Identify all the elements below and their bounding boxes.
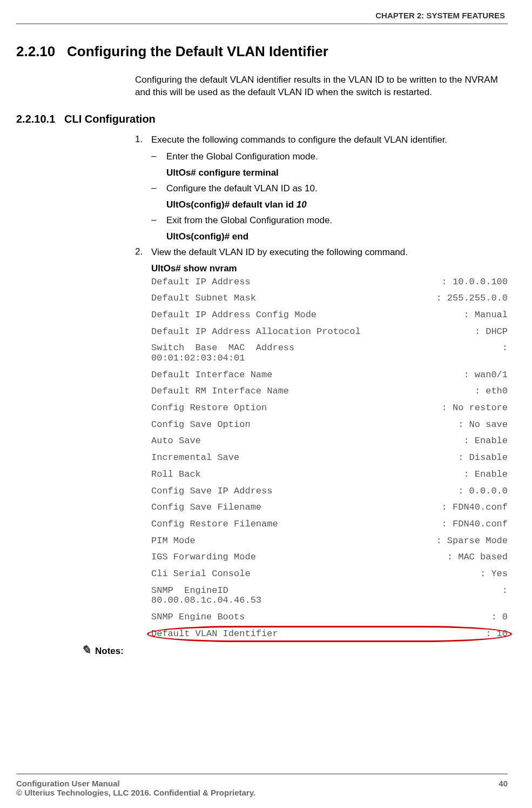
nvram-output: Default IP Address: 10.0.0.100 Default S… xyxy=(151,277,508,639)
nvram-row: Default IP Address Config Mode: Manual xyxy=(151,310,508,320)
nvram-label: Config Restore Filename xyxy=(151,519,278,530)
nvram-colon: : xyxy=(502,586,508,596)
nvram-row: SNMP Engine Boots: 0 xyxy=(151,612,508,623)
nvram-label: Default Interface Name xyxy=(151,370,272,380)
section-intro: Configuring the default VLAN identifier … xyxy=(135,74,508,99)
nvram-row-wrap: Switch Base MAC Address: 00:01:02:03:04:… xyxy=(151,343,508,363)
step-number: 2. xyxy=(135,246,151,259)
nvram-value: : No restore xyxy=(442,403,508,413)
nvram-row: Cli Serial Console: Yes xyxy=(151,569,508,579)
cmd-a: UltOs# configure terminal xyxy=(166,168,508,178)
nvram-label: Default IP Address Allocation Protocol xyxy=(151,327,361,337)
nvram-row: IGS Forwarding Mode: MAC based xyxy=(151,552,508,563)
nvram-label: Default IP Address xyxy=(151,277,251,288)
nvram-row: Default IP Address: 10.0.0.100 xyxy=(151,277,508,288)
nvram-label: Default VLAN Identifier xyxy=(151,629,278,639)
nvram-row: Config Restore Filename: FDN40.conf xyxy=(151,519,508,530)
nvram-row: Default Interface Name: wan0/1 xyxy=(151,370,508,380)
nvram-value: : eth0 xyxy=(475,386,508,397)
footer-copyright: © Ulterius Technologies, LLC 2016. Confi… xyxy=(16,788,508,797)
step-text: View the default VLAN ID by executing th… xyxy=(151,246,508,259)
nvram-value: : 0 xyxy=(491,612,508,623)
nvram-value: : FDN40.conf xyxy=(442,519,508,530)
nvram-value: : Enable xyxy=(463,436,508,446)
top-rule xyxy=(16,23,508,24)
subsection-number: 2.2.10.1 xyxy=(16,113,55,125)
nvram-value: : Yes xyxy=(480,569,508,579)
nvram-row-wrap: SNMP EngineID: 80.00.08.1c.04.46.53 xyxy=(151,586,508,606)
nvram-label: Default Subnet Mask xyxy=(151,293,256,304)
nvram-label: Config Save IP Address xyxy=(151,486,272,497)
substep-b: – Configure the default VLAN ID as 10. xyxy=(151,183,508,195)
substep-text: Exit from the Global Configuration mode. xyxy=(166,215,508,227)
nvram-row: Default Subnet Mask: 255.255.0.0 xyxy=(151,293,508,304)
nvram-label: Default RM Interface Name xyxy=(151,386,289,397)
substep-c: – Exit from the Global Configuration mod… xyxy=(151,215,508,227)
cmd-b-arg: 10 xyxy=(297,199,307,210)
nvram-row: Incremental Save: Disable xyxy=(151,453,508,463)
nvram-label: Config Save Filename xyxy=(151,503,261,513)
nvram-row: Auto Save: Enable xyxy=(151,436,508,446)
nvram-value: : 255.255.0.0 xyxy=(436,293,508,304)
nvram-label: Config Restore Option xyxy=(151,403,267,413)
page-number: 40 xyxy=(499,779,508,788)
nvram-label: Cli Serial Console xyxy=(151,569,251,579)
notes-label: Notes: xyxy=(95,646,124,657)
nvram-label: PIM Mode xyxy=(151,536,196,546)
nvram-value: : 10.0.0.100 xyxy=(442,277,508,288)
nvram-value: : Sparse Mode xyxy=(436,536,508,546)
nvram-value: : wan0/1 xyxy=(463,370,508,380)
section-title: Configuring the Default VLAN Identifier xyxy=(67,43,328,59)
section-heading: 2.2.10 Configuring the Default VLAN Iden… xyxy=(16,43,508,60)
nvram-row: Roll Back: Enable xyxy=(151,470,508,480)
cmd-b-prefix: UltOs(config)# default vlan id xyxy=(166,199,297,210)
nvram-value: : Manual xyxy=(463,310,508,320)
nvram-value: 80.00.08.1c.04.46.53 xyxy=(151,596,508,606)
substep-a: – Enter the Global Configuration mode. xyxy=(151,151,508,163)
nvram-label: IGS Forwarding Mode xyxy=(151,552,256,563)
cmd-c: UltOs(config)# end xyxy=(166,231,508,242)
nvram-value: : 0.0.0.0 xyxy=(458,486,508,497)
step-text: Execute the following commands to config… xyxy=(151,134,508,146)
nvram-label: Incremental Save xyxy=(151,453,239,463)
nvram-label: Config Save Option xyxy=(151,420,251,430)
chapter-header: CHAPTER 2: SYSTEM FEATURES xyxy=(16,11,508,20)
nvram-value: : FDN40.conf xyxy=(442,503,508,513)
nvram-value: : No save xyxy=(458,420,508,430)
nvram-label: Default IP Address Config Mode xyxy=(151,310,316,320)
nvram-label: Roll Back xyxy=(151,470,201,480)
nvram-value: 00:01:02:03:04:01 xyxy=(151,353,508,364)
cmd-show-nvram: UltOs# show nvram xyxy=(151,263,508,274)
nvram-row: Default IP Address Allocation Protocol: … xyxy=(151,327,508,337)
nvram-value: : DHCP xyxy=(475,327,508,337)
pencil-icon: ✎ xyxy=(81,643,91,657)
step-1: 1. Execute the following commands to con… xyxy=(135,134,508,146)
nvram-row: Config Restore Option: No restore xyxy=(151,403,508,413)
notes-heading: ✎ Notes: xyxy=(81,643,508,657)
nvram-row: Config Save Filename: FDN40.conf xyxy=(151,503,508,513)
nvram-row: Config Save Option: No save xyxy=(151,420,508,430)
dash: – xyxy=(151,215,166,227)
nvram-row-highlighted: Default VLAN Identifier: 10 xyxy=(151,629,508,639)
page-footer: Configuration User Manual 40 © Ulterius … xyxy=(16,773,508,797)
nvram-label: SNMP EngineID xyxy=(151,586,228,596)
step-number: 1. xyxy=(135,134,151,146)
nvram-row: Config Save IP Address: 0.0.0.0 xyxy=(151,486,508,497)
dash: – xyxy=(151,183,166,195)
nvram-value: : Disable xyxy=(458,453,508,463)
substep-text: Enter the Global Configuration mode. xyxy=(166,151,508,163)
cmd-b: UltOs(config)# default vlan id 10 xyxy=(166,199,508,210)
substep-text: Configure the default VLAN ID as 10. xyxy=(166,183,508,195)
nvram-row: Default RM Interface Name: eth0 xyxy=(151,386,508,397)
subsection-heading: 2.2.10.1 CLI Configuration xyxy=(16,113,508,125)
nvram-label: Switch Base MAC Address xyxy=(151,343,294,353)
dash: – xyxy=(151,151,166,163)
footer-doc-title: Configuration User Manual xyxy=(16,779,120,788)
nvram-row: PIM Mode: Sparse Mode xyxy=(151,536,508,546)
nvram-value: : 10 xyxy=(486,629,508,639)
subsection-title: CLI Configuration xyxy=(64,113,156,125)
nvram-value: : Enable xyxy=(463,470,508,480)
nvram-label: Auto Save xyxy=(151,436,201,446)
nvram-value: : MAC based xyxy=(447,552,508,563)
nvram-label: SNMP Engine Boots xyxy=(151,612,245,623)
